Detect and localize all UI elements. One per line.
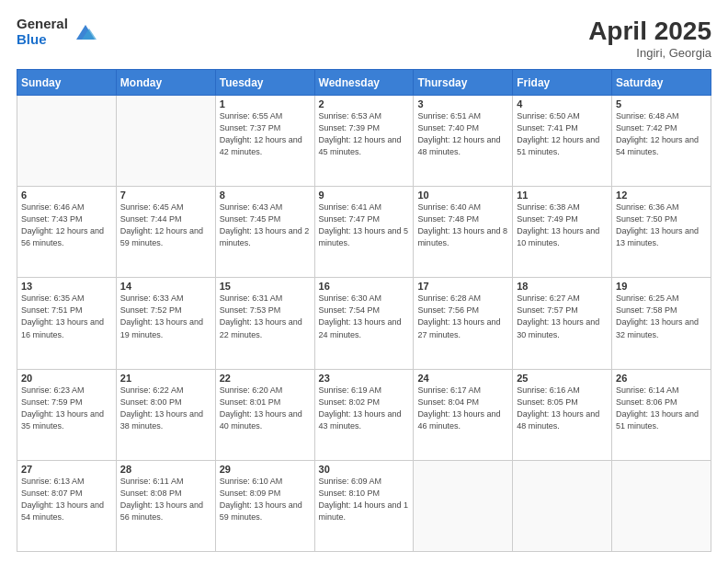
calendar-cell: 12Sunrise: 6:36 AMSunset: 7:50 PMDayligh… (612, 187, 711, 278)
day-info: Sunrise: 6:25 AMSunset: 7:58 PMDaylight:… (616, 293, 707, 340)
calendar-cell: 30Sunrise: 6:09 AMSunset: 8:10 PMDayligh… (314, 460, 414, 551)
weekday-header-row: SundayMondayTuesdayWednesdayThursdayFrid… (17, 70, 711, 96)
calendar-cell: 21Sunrise: 6:22 AMSunset: 8:00 PMDayligh… (116, 369, 215, 460)
day-info: Sunrise: 6:40 AMSunset: 7:48 PMDaylight:… (417, 201, 508, 249)
calendar-cell: 24Sunrise: 6:17 AMSunset: 8:04 PMDayligh… (414, 369, 513, 460)
logo-icon (73, 19, 98, 45)
calendar-cell: 8Sunrise: 6:43 AMSunset: 7:45 PMDaylight… (215, 187, 314, 278)
logo-text: General Blue (17, 17, 68, 47)
week-row-5: 27Sunrise: 6:13 AMSunset: 8:07 PMDayligh… (17, 460, 711, 551)
calendar-cell: 4Sunrise: 6:50 AMSunset: 7:41 PMDaylight… (513, 96, 612, 187)
day-info: Sunrise: 6:31 AMSunset: 7:53 PMDaylight:… (220, 293, 311, 340)
calendar-cell: 27Sunrise: 6:13 AMSunset: 8:07 PMDayligh… (17, 460, 117, 551)
day-info: Sunrise: 6:55 AMSunset: 7:37 PMDaylight:… (220, 110, 311, 158)
weekday-header-thursday: Thursday (414, 70, 513, 96)
calendar-cell (612, 460, 711, 551)
weekday-header-friday: Friday (513, 70, 612, 96)
day-info: Sunrise: 6:35 AMSunset: 7:51 PMDaylight:… (21, 293, 112, 340)
calendar-cell (513, 460, 612, 551)
day-number: 18 (517, 281, 608, 292)
calendar-cell: 9Sunrise: 6:41 AMSunset: 7:47 PMDaylight… (314, 187, 414, 278)
day-number: 30 (319, 464, 410, 475)
calendar-cell: 10Sunrise: 6:40 AMSunset: 7:48 PMDayligh… (414, 187, 513, 278)
calendar-cell: 6Sunrise: 6:46 AMSunset: 7:43 PMDaylight… (17, 187, 117, 278)
page: General Blue April 2025 Ingiri, Georgia … (0, 0, 728, 563)
day-number: 21 (120, 373, 211, 384)
calendar-cell: 18Sunrise: 6:27 AMSunset: 7:57 PMDayligh… (513, 278, 612, 369)
day-number: 28 (120, 464, 211, 475)
day-info: Sunrise: 6:30 AMSunset: 7:54 PMDaylight:… (319, 293, 410, 340)
day-info: Sunrise: 6:17 AMSunset: 8:04 PMDaylight:… (417, 385, 508, 432)
day-info: Sunrise: 6:09 AMSunset: 8:10 PMDaylight:… (319, 476, 410, 523)
day-number: 5 (616, 98, 707, 109)
day-info: Sunrise: 6:51 AMSunset: 7:40 PMDaylight:… (417, 110, 508, 158)
calendar-cell: 19Sunrise: 6:25 AMSunset: 7:58 PMDayligh… (612, 278, 711, 369)
day-number: 6 (21, 190, 112, 201)
day-info: Sunrise: 6:41 AMSunset: 7:47 PMDaylight:… (319, 201, 410, 249)
title-block: April 2025 Ingiri, Georgia (588, 17, 711, 60)
calendar-cell: 14Sunrise: 6:33 AMSunset: 7:52 PMDayligh… (116, 278, 215, 369)
calendar-cell: 11Sunrise: 6:38 AMSunset: 7:49 PMDayligh… (513, 187, 612, 278)
day-info: Sunrise: 6:33 AMSunset: 7:52 PMDaylight:… (120, 293, 211, 340)
day-info: Sunrise: 6:28 AMSunset: 7:56 PMDaylight:… (417, 293, 508, 340)
calendar-cell (414, 460, 513, 551)
day-info: Sunrise: 6:43 AMSunset: 7:45 PMDaylight:… (220, 201, 311, 249)
day-number: 23 (319, 373, 410, 384)
week-row-4: 20Sunrise: 6:23 AMSunset: 7:59 PMDayligh… (17, 369, 711, 460)
week-row-2: 6Sunrise: 6:46 AMSunset: 7:43 PMDaylight… (17, 187, 711, 278)
day-info: Sunrise: 6:20 AMSunset: 8:01 PMDaylight:… (220, 385, 311, 432)
week-row-3: 13Sunrise: 6:35 AMSunset: 7:51 PMDayligh… (17, 278, 711, 369)
day-info: Sunrise: 6:10 AMSunset: 8:09 PMDaylight:… (220, 476, 311, 523)
calendar-table: SundayMondayTuesdayWednesdayThursdayFrid… (17, 69, 711, 552)
day-number: 25 (517, 373, 608, 384)
day-number: 15 (220, 281, 311, 292)
header: General Blue April 2025 Ingiri, Georgia (17, 17, 711, 60)
day-info: Sunrise: 6:11 AMSunset: 8:08 PMDaylight:… (120, 476, 211, 523)
weekday-header-sunday: Sunday (17, 70, 117, 96)
weekday-header-wednesday: Wednesday (314, 70, 414, 96)
weekday-header-tuesday: Tuesday (215, 70, 314, 96)
week-row-1: 1Sunrise: 6:55 AMSunset: 7:37 PMDaylight… (17, 96, 711, 187)
day-info: Sunrise: 6:53 AMSunset: 7:39 PMDaylight:… (319, 110, 410, 158)
logo-general: General (17, 17, 68, 32)
calendar-cell: 1Sunrise: 6:55 AMSunset: 7:37 PMDaylight… (215, 96, 314, 187)
day-number: 3 (417, 98, 508, 109)
calendar-cell: 7Sunrise: 6:45 AMSunset: 7:44 PMDaylight… (116, 187, 215, 278)
day-number: 1 (220, 98, 311, 109)
calendar-cell: 16Sunrise: 6:30 AMSunset: 7:54 PMDayligh… (314, 278, 414, 369)
day-number: 19 (616, 281, 707, 292)
day-number: 14 (120, 281, 211, 292)
day-number: 27 (21, 464, 112, 475)
day-info: Sunrise: 6:50 AMSunset: 7:41 PMDaylight:… (517, 110, 608, 158)
day-info: Sunrise: 6:38 AMSunset: 7:49 PMDaylight:… (517, 201, 608, 249)
day-number: 12 (616, 190, 707, 201)
day-number: 13 (21, 281, 112, 292)
day-number: 8 (220, 190, 311, 201)
day-info: Sunrise: 6:13 AMSunset: 8:07 PMDaylight:… (21, 476, 112, 523)
calendar-cell: 25Sunrise: 6:16 AMSunset: 8:05 PMDayligh… (513, 369, 612, 460)
day-number: 2 (319, 98, 410, 109)
calendar-cell: 13Sunrise: 6:35 AMSunset: 7:51 PMDayligh… (17, 278, 117, 369)
day-number: 22 (220, 373, 311, 384)
day-number: 7 (120, 190, 211, 201)
calendar-cell: 26Sunrise: 6:14 AMSunset: 8:06 PMDayligh… (612, 369, 711, 460)
calendar-cell: 28Sunrise: 6:11 AMSunset: 8:08 PMDayligh… (116, 460, 215, 551)
day-number: 16 (319, 281, 410, 292)
calendar-cell: 17Sunrise: 6:28 AMSunset: 7:56 PMDayligh… (414, 278, 513, 369)
calendar-cell (17, 96, 117, 187)
day-info: Sunrise: 6:45 AMSunset: 7:44 PMDaylight:… (120, 201, 211, 249)
logo-blue: Blue (17, 32, 68, 48)
calendar-cell: 5Sunrise: 6:48 AMSunset: 7:42 PMDaylight… (612, 96, 711, 187)
calendar-cell: 2Sunrise: 6:53 AMSunset: 7:39 PMDaylight… (314, 96, 414, 187)
day-info: Sunrise: 6:14 AMSunset: 8:06 PMDaylight:… (616, 385, 707, 432)
day-info: Sunrise: 6:27 AMSunset: 7:57 PMDaylight:… (517, 293, 608, 340)
calendar-cell: 3Sunrise: 6:51 AMSunset: 7:40 PMDaylight… (414, 96, 513, 187)
day-info: Sunrise: 6:36 AMSunset: 7:50 PMDaylight:… (616, 201, 707, 249)
calendar-cell: 20Sunrise: 6:23 AMSunset: 7:59 PMDayligh… (17, 369, 117, 460)
day-number: 17 (417, 281, 508, 292)
calendar-cell: 23Sunrise: 6:19 AMSunset: 8:02 PMDayligh… (314, 369, 414, 460)
day-info: Sunrise: 6:23 AMSunset: 7:59 PMDaylight:… (21, 385, 112, 432)
title-location: Ingiri, Georgia (588, 46, 711, 60)
weekday-header-saturday: Saturday (612, 70, 711, 96)
day-number: 29 (220, 464, 311, 475)
